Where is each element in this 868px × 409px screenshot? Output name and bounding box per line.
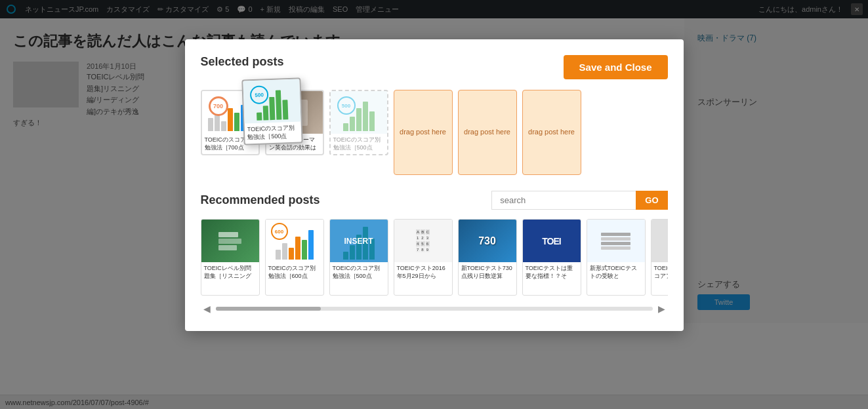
bar-1	[208, 118, 213, 131]
drag-placeholder-3[interactable]: drag post here	[522, 90, 581, 175]
d-bar-5	[282, 100, 288, 119]
rec-card-2-image: 600	[266, 220, 323, 262]
books-decoration	[218, 232, 241, 250]
recommended-scroll[interactable]: TOEICレベル別問題集［リスニング 600 TOEICのスコア別勉強法［600…	[201, 219, 668, 301]
rec-600-badge: 600	[271, 223, 288, 240]
d-bar-4	[276, 90, 282, 120]
scroll-bar-thumb	[216, 307, 321, 311]
drag-placeholder-3-text: drag post here	[528, 127, 575, 137]
dragging-badge: 500	[250, 85, 269, 104]
search-input[interactable]	[491, 191, 636, 210]
rec-card-2[interactable]: 600 TOEICのスコア別勉強法［600点	[265, 219, 324, 296]
drag-placeholder-2[interactable]: drag post here	[458, 90, 517, 175]
search-row: GO	[491, 191, 667, 210]
rec-card-4[interactable]: ABC 123 456 789 TOEICテスト2016年5月29日から	[394, 219, 453, 296]
recommended-posts-title: Recommended posts	[201, 193, 320, 207]
rec-card-5[interactable]: 730 新TOEICテスト730点残り日数逆算	[458, 219, 517, 296]
rec-card-4-image: ABC 123 456 789	[394, 220, 452, 262]
rec-card-7-title: 新形式TOEICテストの受験と	[587, 262, 645, 295]
730-text: 730	[478, 235, 496, 247]
r-bar-1	[276, 250, 281, 260]
rec-card-1-title: TOEICレベル別問題集［リスニング	[201, 262, 259, 295]
d-bar-1	[257, 113, 262, 121]
save-close-button[interactable]: Save and Close	[564, 55, 668, 79]
scroll-controls: ◀ ▶	[201, 302, 668, 315]
selected-post-500-placeholder: 500 TOEICのスコア別勉強法［500点	[329, 90, 388, 155]
drag-placeholder-1-text: drag post here	[400, 127, 446, 137]
post-500-image: 500	[331, 91, 387, 134]
rec-card-6-image: TOEI	[523, 220, 581, 262]
recommended-header: Recommended posts GO	[201, 191, 668, 210]
rec-card-7[interactable]: 新形式TOEICテストの受験と	[587, 219, 646, 296]
bar-s1	[343, 123, 348, 131]
rec-card-7-image	[587, 220, 645, 262]
r-bar-4	[295, 237, 300, 260]
bar-3	[221, 121, 226, 131]
rec-card-5-title: 新TOEICテスト730点残り日数逆算	[459, 262, 516, 295]
go-button[interactable]: GO	[636, 191, 667, 210]
recommended-row: TOEICレベル別問題集［リスニング 600 TOEICのスコア別勉強法［600…	[201, 219, 668, 301]
insert-badge: INSERT	[330, 220, 388, 262]
post-500-badge: 500	[337, 96, 356, 115]
bar-s5	[369, 111, 375, 131]
headphones-icon	[667, 228, 668, 254]
r-bar-2	[282, 243, 287, 260]
post-700-badge: 700	[209, 96, 228, 116]
rec-card-4-title: TOEICテスト2016年5月29日から	[394, 262, 452, 295]
r-bar-3	[289, 248, 294, 260]
bar-s2	[350, 117, 355, 131]
rec-card-1[interactable]: TOEICレベル別問題集［リスニング	[201, 219, 260, 296]
drag-placeholder-1[interactable]: drag post here	[394, 90, 453, 175]
rec-card-8-title: TOEICテストのスコアアップテク	[651, 262, 668, 295]
rec-card-3-title: TOEICのスコア別勉強法［500点	[330, 262, 388, 295]
r-bar-6	[308, 230, 314, 260]
bar-s3	[356, 108, 362, 131]
dragging-card-title: TOEICのスコア別勉強法［500点	[245, 121, 302, 144]
d-bar-2	[263, 106, 269, 120]
r-bar-5	[302, 240, 307, 260]
rec-card-2-title: TOEICのスコア別勉強法［600点	[266, 262, 323, 295]
scroll-left-arrow[interactable]: ◀	[201, 302, 213, 315]
rec-card-5-image: 730	[459, 220, 516, 262]
table-grid: ABC 123 456 789	[416, 229, 430, 252]
selected-posts-title: Selected posts	[201, 55, 284, 69]
d-bar-3	[269, 97, 275, 120]
bar-s4	[363, 102, 368, 131]
rec-card-3-image: INSERT	[330, 220, 388, 262]
scroll-right-arrow[interactable]: ▶	[655, 302, 668, 315]
dragging-card-500: 500 TOEICのスコア別勉強法［500点	[241, 77, 302, 145]
rec-card-6-title: TOEICテストは重要な指標！？そ	[523, 262, 581, 295]
modal-header: Selected posts Save and Close	[201, 55, 668, 79]
dragging-card-image: 500	[243, 79, 300, 124]
toei-logo-text: TOEI	[542, 236, 560, 246]
rec-card-6[interactable]: TOEI TOEICテストは重要な指標！？そ	[522, 219, 581, 296]
rec-card-8[interactable]: TOEICテストのスコアアップテク	[651, 219, 668, 296]
rec-card-1-image	[201, 220, 259, 262]
rec-card-3[interactable]: INSERT TOEICのスコア別勉強法［500点	[329, 219, 388, 296]
rec-card-8-image	[651, 220, 668, 262]
form-decoration	[601, 233, 630, 250]
bar-5	[234, 113, 239, 131]
post-500-title: TOEICのスコア別勉強法［500点	[331, 134, 387, 154]
drag-placeholder-2-text: drag post here	[464, 127, 510, 137]
scroll-bar-track[interactable]	[216, 307, 653, 311]
bar-4	[228, 108, 233, 131]
